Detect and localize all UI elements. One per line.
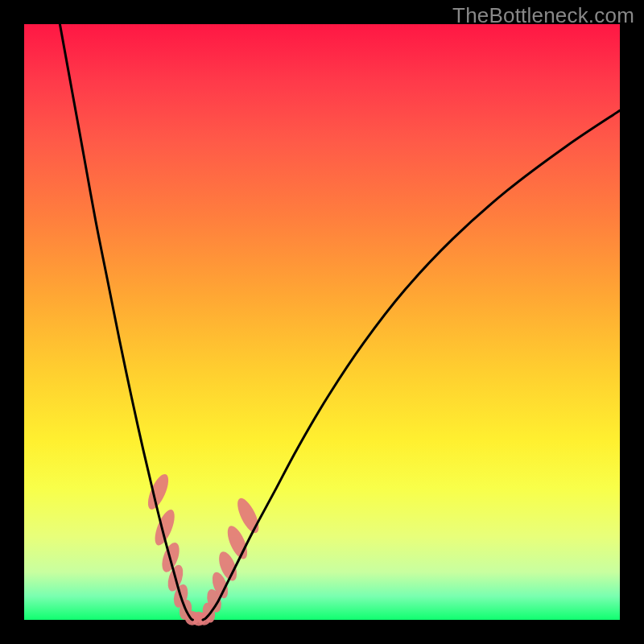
chart-svg: [24, 24, 620, 620]
chart-frame: TheBottleneck.com: [0, 0, 644, 644]
plot-area: [24, 24, 620, 620]
right-curve: [203, 110, 620, 620]
left-curve: [60, 24, 192, 620]
bump-marker: [144, 472, 172, 512]
